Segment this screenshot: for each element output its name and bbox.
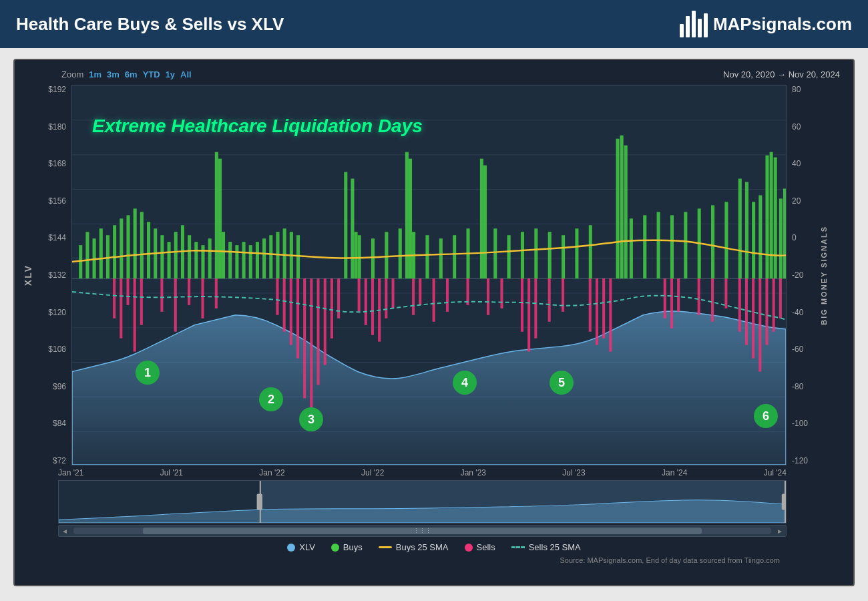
svg-rect-60	[745, 278, 748, 345]
svg-rect-48	[562, 278, 564, 312]
mini-chart[interactable]	[58, 480, 787, 524]
svg-rect-131	[684, 212, 687, 278]
svg-rect-94	[262, 238, 266, 278]
logo-signals: signals.com	[752, 14, 852, 34]
svg-rect-142	[779, 198, 783, 278]
svg-rect-119	[534, 228, 537, 278]
svg-rect-18	[188, 278, 190, 305]
svg-rect-83	[194, 242, 198, 278]
xlv-label-container: XLV	[21, 85, 35, 465]
svg-rect-86	[215, 152, 218, 278]
svg-rect-93	[256, 242, 259, 278]
y-left-180: $180	[35, 122, 66, 132]
zoom-1y[interactable]: 1y	[166, 69, 175, 79]
svg-rect-41	[466, 278, 469, 305]
svg-rect-138	[758, 195, 762, 278]
svg-rect-63	[765, 278, 768, 345]
svg-rect-107	[405, 152, 409, 278]
legend-buys-label: Buys	[343, 542, 363, 552]
zoom-6m[interactable]: 6m	[125, 69, 138, 79]
svg-rect-123	[589, 225, 592, 278]
svg-rect-73	[126, 215, 130, 278]
svg-rect-43	[500, 278, 503, 309]
logo-bar-1	[680, 24, 684, 37]
y-left-72: $72	[35, 456, 66, 465]
svg-rect-120	[548, 232, 552, 278]
svg-rect-80	[174, 232, 178, 278]
zoom-all[interactable]: All	[180, 69, 192, 79]
big-money-container: BIG MONEY SIGNALS	[819, 85, 847, 465]
scroll-indicator: ⋮⋮⋮	[143, 528, 701, 534]
date-range: Nov 20, 2020 → Nov 20, 2024	[723, 69, 840, 79]
chart-wrapper: XLV $192 $180 $168 $156 $144 $132 $120 $…	[21, 85, 847, 465]
legend-sells-sma-label: Sells 25 SMA	[529, 542, 581, 552]
svg-rect-51	[602, 278, 605, 339]
x-jan24: Jan '24	[662, 468, 687, 477]
svg-rect-97	[283, 228, 286, 278]
svg-rect-65	[779, 278, 782, 319]
svg-rect-15	[140, 278, 143, 325]
legend-buys: Buys	[331, 542, 363, 552]
svg-rect-95	[269, 235, 272, 278]
y-left-84: $84	[35, 419, 66, 428]
svg-rect-20	[215, 278, 218, 309]
svg-rect-32	[365, 278, 367, 325]
header: Health Care Buys & Sells vs XLV MAPsigna…	[0, 0, 868, 48]
y-right-m40: -40	[792, 308, 819, 317]
svg-rect-16	[160, 278, 163, 312]
logo-bar-2	[686, 16, 690, 37]
svg-rect-140	[770, 152, 773, 278]
svg-rect-29	[331, 278, 333, 339]
x-jan21: Jan '21	[58, 468, 83, 477]
svg-rect-39	[433, 278, 435, 322]
zoom-label: Zoom	[61, 69, 83, 79]
svg-rect-22	[283, 278, 286, 332]
zoom-ytd[interactable]: YTD	[143, 69, 160, 79]
svg-rect-45	[527, 278, 530, 352]
x-jul24: Jul '24	[764, 468, 787, 477]
y-right-0: 0	[792, 233, 819, 242]
point-3: 3	[299, 407, 323, 431]
svg-rect-55	[677, 278, 680, 312]
svg-rect-46	[534, 278, 537, 339]
y-left-120: $120	[35, 308, 66, 317]
svg-rect-11	[113, 278, 116, 319]
scroll-left-arrow[interactable]: ◄	[59, 528, 71, 535]
svg-rect-36	[392, 278, 395, 309]
svg-rect-61	[752, 278, 754, 359]
scroll-right-arrow[interactable]: ►	[774, 528, 786, 535]
zoom-3m[interactable]: 3m	[107, 69, 120, 79]
big-money-signals-label: BIG MONEY SIGNALS	[820, 226, 847, 325]
svg-rect-100	[344, 172, 347, 278]
zoom-1m[interactable]: 1m	[89, 69, 101, 79]
svg-rect-12	[120, 278, 122, 339]
svg-rect-128	[643, 215, 646, 278]
svg-rect-122	[575, 228, 578, 278]
legend-buys-sma: Buys 25 SMA	[379, 542, 449, 552]
legend-buys-sma-label: Buys 25 SMA	[396, 542, 449, 552]
point-5: 5	[550, 371, 574, 395]
y-right-20: 20	[792, 196, 819, 206]
scrollbar-thumb[interactable]: ⋮⋮⋮	[143, 528, 701, 534]
scrollbar-track[interactable]: ⋮⋮⋮	[73, 528, 771, 534]
chart-svg	[72, 85, 786, 465]
x-jan23: Jan '23	[461, 468, 486, 477]
legend-xlv-dot	[287, 544, 295, 552]
svg-rect-38	[419, 278, 421, 305]
svg-rect-112	[453, 235, 456, 278]
point-1: 1	[136, 361, 160, 385]
y-left-156: $156	[35, 196, 66, 206]
svg-rect-67	[85, 232, 89, 278]
svg-rect-118	[521, 232, 524, 278]
legend-buys-dot	[331, 544, 339, 552]
svg-rect-125	[620, 136, 624, 278]
scrollbar[interactable]: ◄ ⋮⋮⋮ ►	[58, 525, 787, 537]
svg-rect-90	[235, 245, 238, 278]
svg-rect-91	[242, 242, 246, 278]
svg-rect-82	[188, 235, 191, 278]
x-jul22: Jul '22	[361, 468, 384, 477]
svg-rect-106	[399, 228, 402, 278]
y-axis-right-container: 80 60 40 20 0 -20 -40 -60 -80 -100 -120 …	[787, 85, 847, 465]
svg-rect-50	[596, 278, 598, 345]
svg-rect-124	[616, 139, 619, 278]
